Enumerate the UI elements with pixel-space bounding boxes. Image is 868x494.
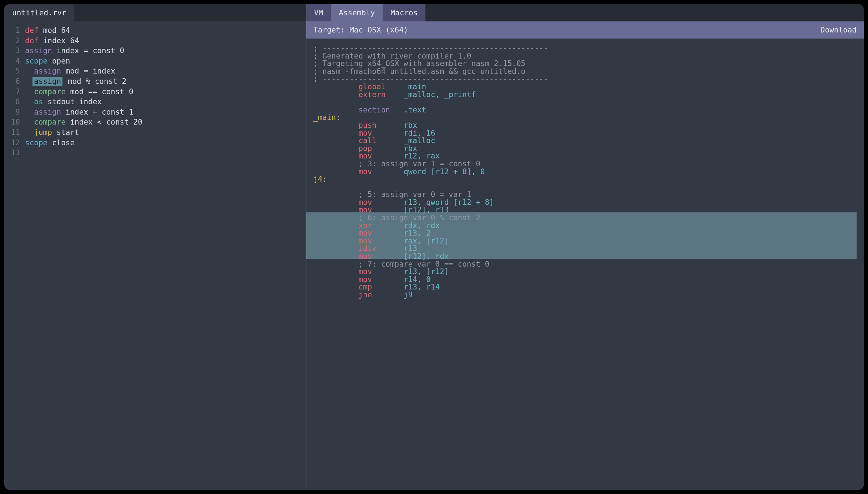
editor-code-area[interactable]: 12345678910111213 def mod 64def index 64…	[4, 21, 306, 490]
editor-pane: untitled.rvr 12345678910111213 def mod 6…	[4, 4, 306, 490]
asm-line: ; Generated with river compiler 1.0	[313, 51, 857, 59]
line-number: 4	[4, 56, 20, 66]
code-line[interactable]: compare mod == const 0	[25, 86, 306, 97]
asm-line: ; Targeting x64_OSX with assembler nasm …	[313, 58, 857, 66]
asm-line: mov qword [r12 + 8], 0	[313, 166, 857, 174]
target-label: Target: Mac OSX (x64)	[313, 26, 408, 34]
code-line[interactable]: jump start	[25, 127, 306, 137]
output-tab-macros[interactable]: Macros	[383, 4, 425, 21]
code-line[interactable]: assign index + const 1	[25, 107, 306, 117]
asm-line	[313, 182, 857, 190]
code-line[interactable]: os stdout index	[25, 96, 306, 107]
asm-line: mov [r12], r13	[313, 205, 857, 212]
line-number: 3	[4, 45, 20, 56]
asm-line: push rbx	[313, 120, 857, 128]
asm-line: ; 5: assign var 0 = var 1	[313, 189, 857, 197]
asm-line: ; 3: assign var 1 = const 0	[313, 158, 857, 166]
asm-line: mov r12, rax	[313, 151, 857, 158]
code-line[interactable]: assign mod = index	[25, 66, 306, 76]
line-number: 12	[4, 137, 20, 148]
editor-tab-file[interactable]: untitled.rvr	[4, 4, 74, 21]
asm-line: mov [r12], rdx	[306, 251, 857, 259]
output-pane: VMAssemblyMacros Target: Mac OSX (x64) D…	[306, 4, 864, 490]
app-root: untitled.rvr 12345678910111213 def mod 6…	[4, 4, 864, 490]
output-tabbar: VMAssemblyMacros	[306, 4, 864, 21]
line-number: 11	[4, 127, 20, 137]
asm-line: mov r13, qword [r12 + 8]	[313, 197, 857, 205]
asm-line: jne j9	[313, 289, 857, 297]
asm-line: mov r13, [r12]	[313, 266, 857, 274]
line-number: 10	[4, 117, 20, 127]
asm-line: ; 6: assign var 0 % const 2	[306, 212, 857, 220]
code-line[interactable]: def mod 64	[25, 25, 306, 35]
asm-line: mov rax, [r12]	[306, 236, 857, 243]
asm-line: mov r14, 0	[313, 274, 857, 282]
asm-line: ; --------------------------------------…	[313, 43, 857, 51]
asm-line: call _malloc	[313, 135, 857, 143]
download-link[interactable]: Download	[821, 26, 857, 34]
line-gutter: 12345678910111213	[4, 25, 25, 490]
asm-line: pop rbx	[313, 143, 857, 151]
output-tab-assembly[interactable]: Assembly	[331, 4, 383, 21]
line-number: 9	[4, 107, 20, 117]
code-line[interactable]	[25, 147, 306, 158]
asm-line: extern _malloc, _printf	[313, 89, 857, 97]
code-lines[interactable]: def mod 64def index 64assign index = con…	[25, 25, 306, 490]
output-subheader: Target: Mac OSX (x64) Download	[306, 21, 864, 39]
code-line[interactable]: scope open	[25, 56, 306, 66]
line-number: 5	[4, 66, 20, 76]
asm-line: ; 7: compare var 0 == const 0	[313, 259, 857, 267]
assembly-output[interactable]: ; --------------------------------------…	[306, 39, 864, 490]
line-number: 2	[4, 35, 20, 46]
line-number: 8	[4, 96, 20, 107]
asm-line: ; nasm -fmacho64 untitled.asm && gcc unt…	[313, 66, 857, 74]
code-line[interactable]: compare index < const 20	[25, 117, 306, 127]
line-number: 1	[4, 25, 20, 35]
editor-tabbar: untitled.rvr	[4, 4, 306, 21]
line-number: 6	[4, 76, 20, 86]
code-line[interactable]: scope close	[25, 137, 306, 148]
asm-line: mov r13, 2	[306, 228, 857, 236]
code-line[interactable]: assign mod % const 2	[25, 76, 306, 86]
code-line[interactable]: def index 64	[25, 35, 306, 46]
asm-line: idiv r13	[306, 243, 857, 251]
line-number: 13	[4, 147, 20, 158]
asm-line: section .text	[313, 105, 857, 112]
asm-line: mov rdi, 16	[313, 128, 857, 136]
asm-line: ; --------------------------------------…	[313, 74, 857, 81]
code-line[interactable]: assign index = const 0	[25, 45, 306, 56]
asm-line: xor rdx, rdx	[306, 220, 857, 228]
asm-line: cmp r13, r14	[313, 282, 857, 289]
asm-line: global _main	[313, 81, 857, 89]
output-tab-vm[interactable]: VM	[306, 4, 331, 21]
line-number: 7	[4, 86, 20, 97]
